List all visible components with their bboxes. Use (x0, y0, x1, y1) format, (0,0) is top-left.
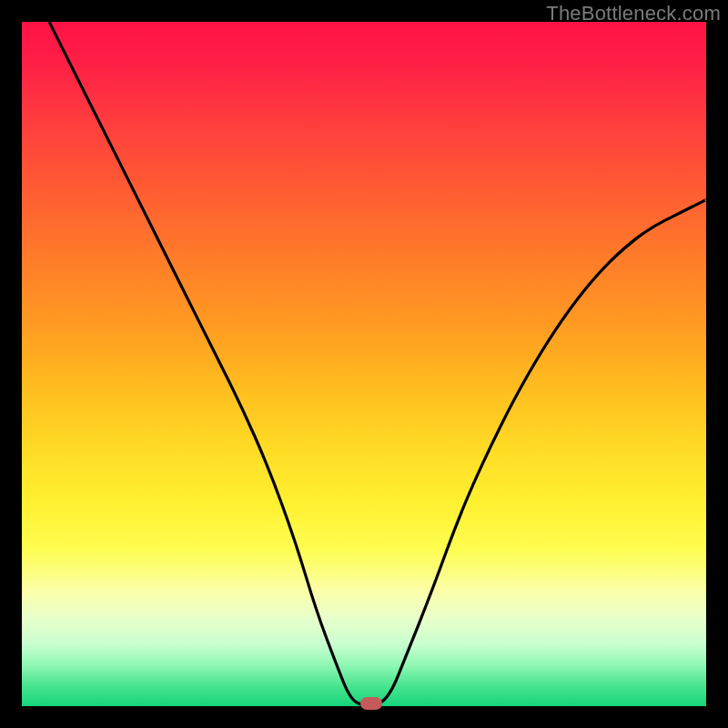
optimum-marker (360, 697, 382, 710)
curve-path (49, 22, 706, 706)
chart-frame: TheBottleneck.com (0, 0, 728, 728)
bottleneck-curve (22, 22, 706, 706)
plot-area (22, 22, 706, 706)
watermark-text: TheBottleneck.com (546, 2, 721, 25)
